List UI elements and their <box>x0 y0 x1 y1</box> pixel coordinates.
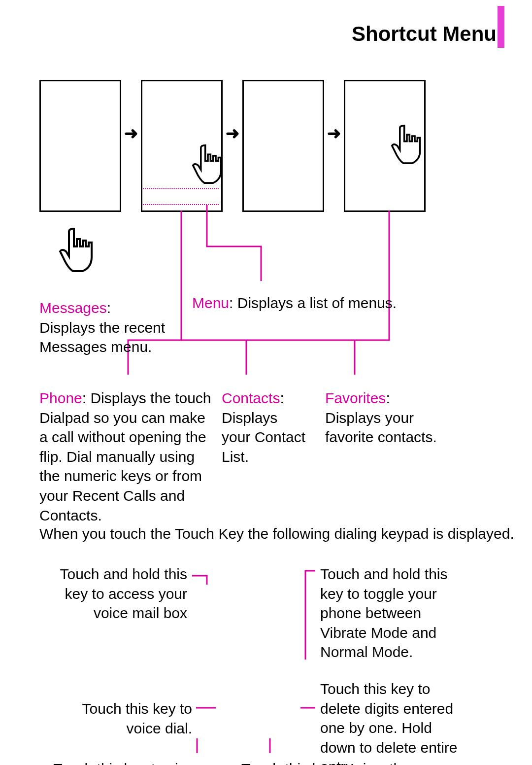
arrow-icon: ➜ <box>124 123 138 143</box>
screen-box-3 <box>242 80 324 212</box>
leader-lines-upper <box>0 0 532 444</box>
dotted-line <box>143 204 219 205</box>
menu-caption: Menu: Displays a list of menus. <box>192 293 409 313</box>
page-title: Shortcut Menu <box>352 22 497 46</box>
phone-caption: Phone: Displays the touch Dialpad so you… <box>39 388 212 525</box>
phone-label: Phone <box>39 390 82 406</box>
keypad-vibrate-caption: Touch and hold this key to toggle your p… <box>320 564 458 662</box>
touchkey-sentence-part2: Touch Key the following dialing keypad i… <box>175 524 514 544</box>
arrow-icon: ➜ <box>226 123 239 143</box>
keypad-recent-caption: Touch this key to view the recent call h… <box>49 759 197 765</box>
keypad-contact-list-caption: Touch this key to view the Contact List … <box>241 759 453 765</box>
screen-box-1 <box>39 80 121 212</box>
keypad-voicemail-caption: Touch and hold this key to access your v… <box>49 564 187 623</box>
touchkey-sentence-part1: When you touch the <box>39 524 171 544</box>
keypad-voice-dial-caption: Touch this key to voice dial. <box>49 699 192 738</box>
messages-caption: Messages: Displays the recent Messages m… <box>39 298 167 357</box>
arrow-icon: ➜ <box>327 123 341 143</box>
touch-hand-icon <box>391 123 431 173</box>
touch-hand-icon <box>59 227 103 281</box>
contacts-caption: Contacts:Displays your Contact List. <box>222 388 310 466</box>
menu-label: Menu <box>192 295 229 311</box>
favorites-label: Favorites <box>325 390 386 406</box>
favorites-caption: Favorites: Displays your favorite contac… <box>325 388 443 447</box>
keypad-delete-caption: Touch this key to delete digits entered … <box>320 679 458 765</box>
title-accent-bar <box>498 6 504 48</box>
touch-hand-icon <box>192 143 232 192</box>
contacts-label: Contacts <box>222 390 280 406</box>
messages-label: Messages <box>39 300 107 316</box>
